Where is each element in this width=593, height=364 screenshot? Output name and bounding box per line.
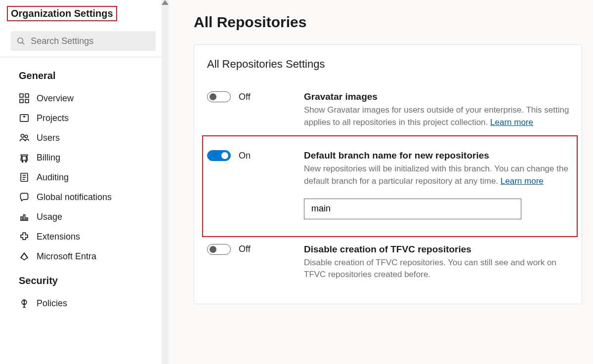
tfvc-title: Disable creation of TFVC repositories bbox=[304, 244, 571, 255]
sidebar-title: Organization Settings bbox=[7, 6, 117, 21]
search-settings[interactable] bbox=[11, 31, 156, 51]
main: All Repositories All Repositories Settin… bbox=[166, 0, 593, 364]
entra-icon bbox=[19, 251, 30, 262]
svg-rect-17 bbox=[23, 215, 25, 220]
default-branch-learn-more-link[interactable]: Learn more bbox=[501, 176, 544, 186]
policies-icon bbox=[19, 298, 30, 309]
page-title: All Repositories bbox=[194, 14, 582, 31]
nav-label: Usage bbox=[37, 212, 62, 222]
nav-label: Microsoft Entra bbox=[37, 251, 96, 262]
svg-point-9 bbox=[22, 161, 23, 162]
default-branch-title: Default branch name for new repositories bbox=[304, 150, 573, 161]
nav-label: Auditing bbox=[37, 172, 69, 183]
projects-icon bbox=[19, 113, 30, 123]
sidebar-item-auditing[interactable]: Auditing bbox=[0, 167, 166, 187]
section-header-security: Security bbox=[0, 266, 166, 288]
notify-icon bbox=[19, 192, 30, 202]
svg-point-7 bbox=[21, 134, 24, 137]
search-input[interactable] bbox=[30, 36, 150, 47]
nav-list-general: Overview Projects Users Billing Auditing… bbox=[0, 83, 166, 266]
gravatar-desc: Show Gravatar images for users outside o… bbox=[304, 104, 571, 128]
gravatar-toggle-state: Off bbox=[239, 92, 251, 102]
setting-default-branch: On Default branch name for new repositor… bbox=[207, 143, 573, 226]
scrollbar[interactable] bbox=[162, 0, 169, 364]
default-branch-toggle[interactable] bbox=[207, 150, 231, 161]
settings-card: All Repositories Settings Off Gravatar i… bbox=[194, 44, 582, 304]
svg-point-0 bbox=[18, 38, 23, 43]
sidebar-item-usage[interactable]: Usage bbox=[0, 207, 166, 227]
section-header-general: General bbox=[0, 61, 166, 83]
sidebar-item-users[interactable]: Users bbox=[0, 128, 166, 148]
sidebar-item-microsoft-entra[interactable]: Microsoft Entra bbox=[0, 246, 166, 266]
divider bbox=[0, 57, 166, 57]
nav-label: Global notifications bbox=[37, 192, 112, 202]
sidebar-item-overview[interactable]: Overview bbox=[0, 88, 166, 108]
nav-label: Overview bbox=[37, 93, 74, 104]
svg-rect-3 bbox=[25, 94, 29, 97]
svg-point-8 bbox=[25, 135, 28, 138]
nav-label: Extensions bbox=[37, 232, 80, 242]
nav-label: Users bbox=[37, 133, 60, 143]
tfvc-toggle-state: Off bbox=[239, 244, 251, 254]
svg-rect-18 bbox=[26, 218, 28, 220]
tfvc-toggle[interactable] bbox=[207, 244, 231, 255]
svg-line-1 bbox=[22, 42, 24, 44]
gravatar-learn-more-link[interactable]: Learn more bbox=[490, 118, 533, 127]
svg-rect-5 bbox=[25, 99, 29, 103]
card-title: All Repositories Settings bbox=[207, 58, 571, 71]
billing-icon bbox=[19, 152, 30, 163]
gravatar-toggle[interactable] bbox=[207, 91, 231, 102]
default-branch-input[interactable] bbox=[304, 199, 521, 219]
sidebar-title-wrap: Organization Settings bbox=[0, 4, 166, 28]
gravatar-title: Gravatar images bbox=[304, 91, 571, 102]
overview-icon bbox=[19, 93, 30, 104]
nav-label: Billing bbox=[37, 153, 60, 163]
sidebar-item-policies[interactable]: Policies bbox=[0, 293, 166, 313]
sidebar-item-billing[interactable]: Billing bbox=[0, 148, 166, 167]
usage-icon bbox=[19, 211, 30, 222]
svg-rect-16 bbox=[21, 217, 22, 220]
users-icon bbox=[19, 132, 30, 143]
default-branch-toggle-state: On bbox=[239, 151, 251, 161]
nav-label: Policies bbox=[37, 298, 67, 309]
sidebar-item-projects[interactable]: Projects bbox=[0, 108, 166, 128]
default-branch-highlight: On Default branch name for new repositor… bbox=[202, 135, 578, 237]
default-branch-desc: New repositories will be initialized wit… bbox=[304, 163, 573, 187]
tfvc-desc: Disable creation of TFVC repositories. Y… bbox=[304, 257, 571, 281]
setting-tfvc: Off Disable creation of TFVC repositorie… bbox=[207, 237, 571, 288]
setting-gravatar: Off Gravatar images Show Gravatar images… bbox=[207, 84, 571, 135]
svg-rect-6 bbox=[20, 115, 29, 121]
sidebar: Organization Settings General Overview P… bbox=[0, 0, 166, 364]
sidebar-item-global-notifications[interactable]: Global notifications bbox=[0, 187, 166, 207]
nav-label: Projects bbox=[37, 113, 69, 123]
sidebar-item-extensions[interactable]: Extensions bbox=[0, 227, 166, 246]
auditing-icon bbox=[19, 172, 30, 183]
svg-rect-4 bbox=[20, 99, 23, 103]
nav-list-security: Policies bbox=[0, 288, 166, 313]
svg-rect-2 bbox=[20, 94, 23, 97]
extensions-icon bbox=[19, 231, 30, 242]
search-icon bbox=[17, 37, 25, 45]
svg-point-10 bbox=[25, 161, 26, 162]
